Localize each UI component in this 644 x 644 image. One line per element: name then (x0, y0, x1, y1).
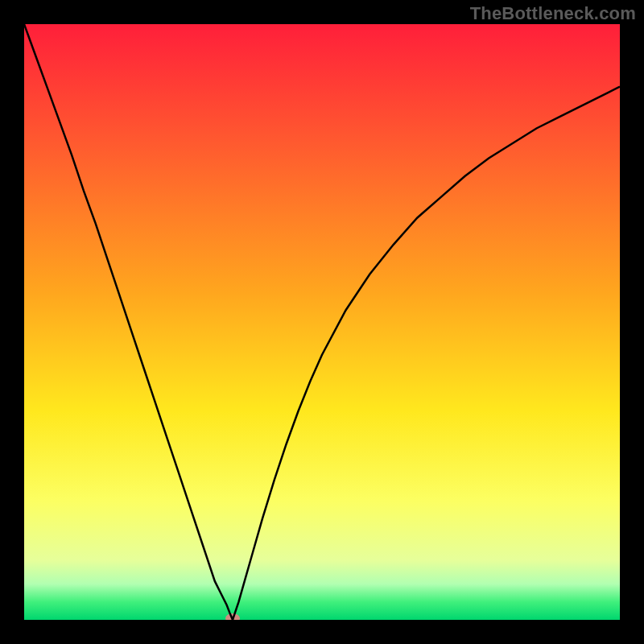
bottleneck-chart (24, 24, 620, 620)
gradient-background (24, 24, 620, 620)
watermark-text: TheBottleneck.com (470, 3, 636, 24)
chart-frame: TheBottleneck.com (0, 0, 644, 644)
